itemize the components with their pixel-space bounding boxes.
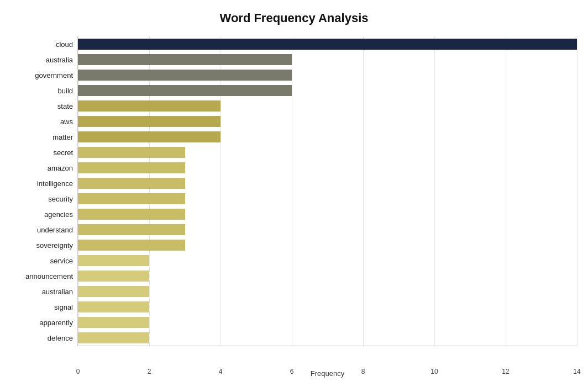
bar xyxy=(78,193,185,204)
y-label: defence xyxy=(48,331,73,346)
chart-container: Word Frequency Analysis cloudaustraliago… xyxy=(0,0,588,387)
y-label: apparently xyxy=(39,315,73,331)
bar xyxy=(78,85,292,96)
x-tick: 4 xyxy=(219,368,223,375)
bar-row xyxy=(78,299,577,315)
x-axis-label: Frequency xyxy=(311,369,344,378)
bar-row xyxy=(78,98,577,114)
bar-row xyxy=(78,191,577,206)
bar-row xyxy=(78,330,577,346)
y-label: aws xyxy=(60,114,73,129)
y-axis: cloudaustraliagovernmentbuildstateawsmat… xyxy=(11,36,77,346)
y-label: government xyxy=(35,67,73,83)
bar xyxy=(78,317,149,327)
x-tick: 14 xyxy=(573,368,580,375)
y-label: signal xyxy=(54,300,73,315)
y-label: matter xyxy=(53,129,73,145)
y-label: state xyxy=(57,98,73,114)
y-label: cloud xyxy=(56,36,73,52)
y-label: intelligence xyxy=(37,176,73,191)
bar xyxy=(78,224,185,235)
bar xyxy=(78,39,577,49)
bar-row xyxy=(78,36,577,52)
x-tick: 12 xyxy=(502,368,509,375)
y-label: australia xyxy=(46,52,73,67)
y-label: understand xyxy=(37,222,73,238)
y-label: amazon xyxy=(48,160,73,176)
bar-row xyxy=(78,206,577,222)
x-tick: 2 xyxy=(148,368,151,375)
bar xyxy=(78,116,221,126)
x-tick: 0 xyxy=(76,368,80,375)
bar xyxy=(78,301,149,312)
chart-area: cloudaustraliagovernmentbuildstateawsmat… xyxy=(11,36,577,346)
y-label: announcement xyxy=(25,269,73,284)
bar-row xyxy=(78,52,577,67)
bar xyxy=(78,147,185,157)
bar-row xyxy=(78,129,577,145)
plot-area: 02468101214 Frequency xyxy=(77,36,577,346)
bar-row xyxy=(78,284,577,299)
bar-row xyxy=(78,145,577,160)
y-label: secret xyxy=(54,145,73,160)
x-tick: 6 xyxy=(290,368,294,375)
y-label: sovereignty xyxy=(36,238,73,253)
bar xyxy=(78,70,292,80)
bar xyxy=(78,286,149,296)
y-label: build xyxy=(58,83,73,98)
y-label: agencies xyxy=(44,207,73,222)
bar-row xyxy=(78,67,577,83)
bar xyxy=(78,100,221,111)
y-label: australian xyxy=(42,284,73,300)
bar-row xyxy=(78,253,577,268)
bars-container xyxy=(78,36,577,346)
bar-row xyxy=(78,237,577,253)
chart-title: Word Frequency Analysis xyxy=(11,11,577,25)
bar xyxy=(78,178,185,188)
bar-row xyxy=(78,114,577,129)
bar-row xyxy=(78,222,577,237)
bar xyxy=(78,332,149,343)
x-tick: 10 xyxy=(431,368,438,375)
bar xyxy=(78,209,185,219)
bar-row xyxy=(78,83,577,98)
bar-row xyxy=(78,160,577,176)
grid-line xyxy=(577,36,578,346)
bar-row xyxy=(78,176,577,191)
y-label: service xyxy=(50,253,73,269)
bar xyxy=(78,255,149,266)
bar xyxy=(78,131,221,142)
bar xyxy=(78,240,185,250)
x-tick: 8 xyxy=(361,368,365,375)
bar xyxy=(78,271,149,281)
bar-row xyxy=(78,315,577,330)
y-label: security xyxy=(48,191,73,206)
bar-row xyxy=(78,268,577,284)
bar xyxy=(78,54,292,65)
bar xyxy=(78,162,185,173)
